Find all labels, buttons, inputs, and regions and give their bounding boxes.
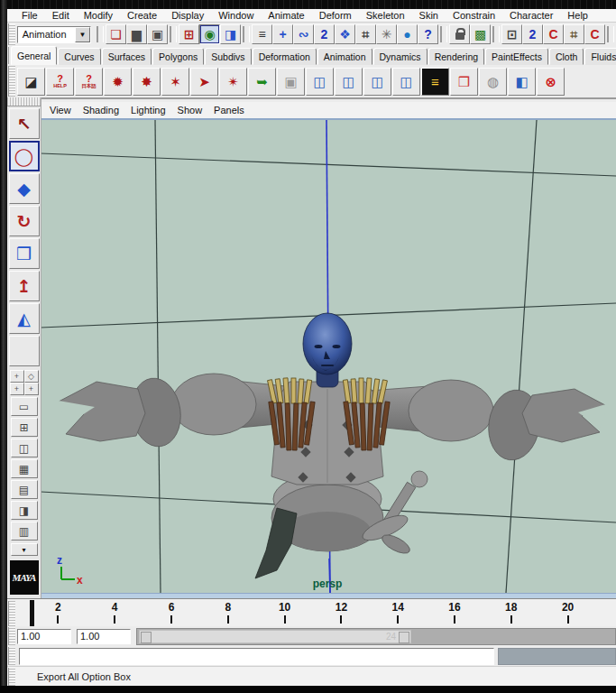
range-slider-bar[interactable]: 24 bbox=[139, 630, 411, 643]
menu-file[interactable]: File bbox=[14, 10, 45, 21]
perspective-viewport[interactable]: z x persp bbox=[41, 120, 616, 593]
layout-four-pane[interactable]: ⊞ bbox=[11, 418, 38, 437]
render-boxes-icon[interactable]: ❒ bbox=[450, 68, 478, 96]
shelf-tab-dynamics[interactable]: Dynamics bbox=[373, 48, 428, 65]
delete-x-icon[interactable]: ⊗ bbox=[537, 68, 565, 96]
layout-mini-3[interactable]: + bbox=[10, 383, 24, 395]
sphere-cube-icon[interactable]: ◍ bbox=[479, 68, 507, 96]
select-component-icon[interactable]: ◨ bbox=[220, 24, 241, 44]
command-line-input[interactable] bbox=[19, 648, 494, 665]
shelf-tab-painteffects[interactable]: PaintEffects bbox=[485, 48, 548, 65]
layout-dropdown-button[interactable]: ▾ bbox=[11, 543, 38, 556]
input-connection-4-icon[interactable]: ◫ bbox=[392, 68, 420, 96]
menu-window[interactable]: Window bbox=[211, 10, 261, 21]
help-mode-icon[interactable]: ? bbox=[418, 24, 438, 44]
paint-select-tool[interactable]: ◆ bbox=[9, 173, 40, 204]
range-start-handle[interactable] bbox=[141, 632, 152, 643]
shelf-tab-animation[interactable]: Animation bbox=[317, 48, 372, 65]
menu-modify[interactable]: Modify bbox=[77, 10, 120, 21]
highlight-icon[interactable]: ✳ bbox=[376, 24, 397, 44]
magnet-grid-icon[interactable]: ⌗ bbox=[564, 24, 584, 44]
menu-character[interactable]: Character bbox=[502, 10, 560, 21]
lasso-select-tool[interactable]: ◯ bbox=[9, 141, 40, 171]
time-slider-grip[interactable] bbox=[8, 601, 15, 626]
range-end-handle[interactable] bbox=[399, 632, 409, 643]
snap-to-curves-icon[interactable]: 2 bbox=[314, 24, 335, 44]
snap-plus-icon[interactable]: + bbox=[272, 24, 293, 44]
panel-menu-panels[interactable]: Panels bbox=[214, 105, 253, 116]
snap-frame-icon[interactable]: ⌗ bbox=[355, 24, 376, 44]
open-scene-icon[interactable]: ▆ bbox=[126, 24, 147, 44]
make-live-icon[interactable]: ⊡ bbox=[501, 24, 522, 44]
script-editor-icon[interactable]: ≡ bbox=[421, 68, 449, 96]
layout-mini-4[interactable]: + bbox=[24, 383, 39, 395]
snap-to-planes-icon[interactable]: ❖ bbox=[335, 24, 355, 44]
new-scene-icon[interactable]: ❏ bbox=[106, 24, 126, 44]
panel-menu-show[interactable]: Show bbox=[178, 105, 211, 116]
shelf-tab-subdivs[interactable]: Subdivs bbox=[205, 48, 251, 65]
layout-single-pane[interactable]: ▭ bbox=[11, 397, 38, 416]
shelf-grip[interactable] bbox=[8, 66, 15, 97]
last-tool[interactable] bbox=[9, 336, 40, 366]
shelf-tabs-grip[interactable] bbox=[8, 47, 9, 64]
command-grip[interactable] bbox=[8, 647, 15, 665]
shelf-tab-polygons[interactable]: Polygons bbox=[152, 48, 204, 65]
rotate-tool[interactable]: ↻ bbox=[9, 206, 40, 236]
help-japanese-icon[interactable]: ?日本語 bbox=[75, 68, 103, 96]
help-icon[interactable]: ?HELP bbox=[46, 68, 74, 96]
clapperboard-icon[interactable]: ◪ bbox=[17, 68, 45, 96]
menu-help[interactable]: Help bbox=[560, 10, 595, 21]
show-manipulator-tool[interactable]: ◭ bbox=[9, 303, 40, 334]
menu-skin[interactable]: Skin bbox=[412, 10, 446, 21]
menu-constrain[interactable]: Constrain bbox=[446, 10, 502, 21]
green-arrow-icon[interactable]: ➥ bbox=[248, 68, 276, 96]
shelf-tab-curves[interactable]: Curves bbox=[58, 48, 100, 65]
scale-tool[interactable]: ❒ bbox=[9, 238, 40, 269]
red-tool-2-icon[interactable]: ✸ bbox=[133, 68, 161, 96]
layout-hypershade[interactable]: ◨ bbox=[11, 501, 38, 520]
magnet-icon[interactable]: C bbox=[584, 24, 605, 44]
current-frame-marker[interactable] bbox=[30, 600, 34, 626]
select-tool[interactable]: ↖ bbox=[9, 108, 40, 139]
toolbar-grip[interactable] bbox=[8, 23, 15, 45]
red-tool-3-icon[interactable]: ✶ bbox=[161, 68, 189, 96]
menu-skeleton[interactable]: Skeleton bbox=[359, 10, 412, 21]
layout-mini-2[interactable]: ◇ bbox=[24, 370, 39, 383]
layout-persp-outliner[interactable]: ◫ bbox=[11, 439, 38, 457]
animation-start-field[interactable]: 1.00 bbox=[77, 629, 131, 644]
input-connection-1-icon[interactable]: ◫ bbox=[306, 68, 334, 96]
shelf-tab-cloth[interactable]: Cloth bbox=[549, 48, 584, 65]
panel-menu-view[interactable]: View bbox=[50, 105, 79, 116]
menu-edit[interactable]: Edit bbox=[45, 10, 77, 21]
panel-menu-lighting[interactable]: Lighting bbox=[131, 105, 174, 116]
shelf-tab-surfaces[interactable]: Surfaces bbox=[102, 48, 152, 65]
range-grip[interactable] bbox=[8, 627, 15, 645]
toolbox-grip[interactable] bbox=[7, 97, 41, 106]
shelf-tab-rendering[interactable]: Rendering bbox=[428, 48, 484, 65]
menu-set-selector[interactable]: Animation ▼ bbox=[17, 26, 91, 43]
monitor-icon[interactable]: ▣ bbox=[277, 68, 305, 96]
window-titlebar[interactable] bbox=[0, 0, 616, 9]
layout-persp-graph[interactable]: ▤ bbox=[11, 480, 38, 499]
character-model[interactable] bbox=[53, 313, 609, 578]
layout-hypergraph[interactable]: ▦ bbox=[11, 459, 38, 478]
playback-start-field[interactable]: 1.00 bbox=[17, 629, 71, 644]
range-slider-track[interactable]: 24 bbox=[136, 628, 616, 645]
layout-mini-1[interactable]: + bbox=[10, 370, 24, 383]
magnet-curve-icon[interactable]: 2 bbox=[522, 24, 543, 44]
move-tool[interactable]: ↥ bbox=[9, 271, 40, 301]
panel-menu-shading[interactable]: Shading bbox=[83, 105, 127, 116]
shelf-tab-general[interactable]: General bbox=[11, 46, 57, 65]
shelf-tab-fluids[interactable]: Fluids bbox=[584, 48, 616, 65]
magnet-point-icon[interactable]: C bbox=[543, 24, 564, 44]
snap-curve-icon[interactable]: ∾ bbox=[293, 24, 314, 44]
poly-cube-icon[interactable]: ◧ bbox=[508, 68, 536, 96]
snap-align-icon[interactable]: ≡ bbox=[252, 24, 272, 44]
select-object-icon[interactable]: ◉ bbox=[199, 24, 220, 44]
menu-create[interactable]: Create bbox=[120, 10, 164, 21]
shelf-tab-deformation[interactable]: Deformation bbox=[253, 48, 317, 65]
menu-deform[interactable]: Deform bbox=[312, 10, 359, 21]
help-grip[interactable] bbox=[8, 668, 15, 686]
red-tool-1-icon[interactable]: ✹ bbox=[104, 68, 132, 96]
lock-icon[interactable] bbox=[449, 24, 470, 44]
